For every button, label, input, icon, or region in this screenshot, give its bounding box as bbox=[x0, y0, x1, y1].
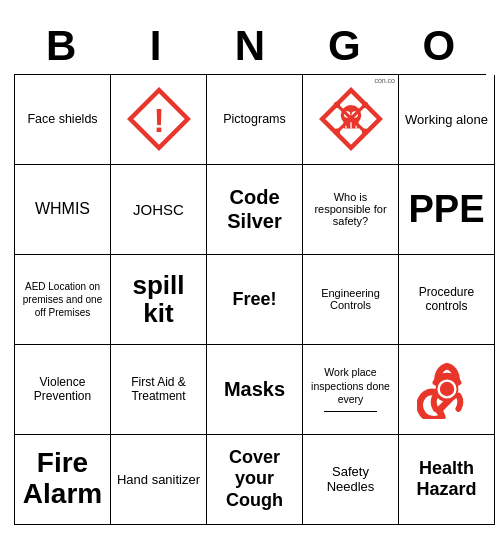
underline-r4c4 bbox=[324, 411, 376, 412]
biohazard-icon bbox=[417, 359, 477, 419]
cell-r4c1: Violence Prevention bbox=[15, 345, 111, 435]
cell-r5c5: Health Hazard bbox=[399, 435, 495, 525]
cell-text-r5c3: Cover your Cough bbox=[211, 447, 298, 512]
svg-point-14 bbox=[333, 102, 339, 108]
cell-r5c1: Fire Alarm bbox=[15, 435, 111, 525]
cell-text-r2c4: Who is responsible for safety? bbox=[307, 191, 394, 227]
bingo-card: B I N G O Face shields ! Pictograms con.… bbox=[10, 15, 490, 528]
cell-text-r3c1: AED Location on premises and one off Pre… bbox=[19, 280, 106, 319]
svg-text:!: ! bbox=[153, 102, 164, 139]
cell-r2c3: Code Silver bbox=[207, 165, 303, 255]
cell-r5c4: Safety Needles bbox=[303, 435, 399, 525]
cell-text-r4c3: Masks bbox=[224, 378, 285, 401]
cell-r5c3: Cover your Cough bbox=[207, 435, 303, 525]
cell-text-r1c5: Working alone bbox=[405, 112, 488, 127]
cell-r3c5: Procedure controls bbox=[399, 255, 495, 345]
letter-o: O bbox=[392, 19, 486, 73]
cell-text-r2c1: WHMIS bbox=[35, 200, 90, 218]
exclaim-icon: ! bbox=[127, 87, 191, 151]
svg-point-13 bbox=[361, 129, 367, 135]
cell-r2c5: PPE bbox=[399, 165, 495, 255]
cell-text-r5c2: Hand sanitizer bbox=[117, 472, 200, 487]
cell-r1c4: con.co bbox=[303, 75, 399, 165]
bingo-grid: Face shields ! Pictograms con.co bbox=[14, 74, 486, 525]
cell-content-r4c4: Work place inspections done every bbox=[307, 366, 394, 412]
cell-r4c5 bbox=[399, 345, 495, 435]
letter-b: B bbox=[14, 19, 108, 73]
cell-r1c1: Face shields bbox=[15, 75, 111, 165]
cell-text-r1c1: Face shields bbox=[27, 112, 97, 126]
cell-text-r2c5: PPE bbox=[408, 188, 484, 231]
cell-text-r4c1: Violence Prevention bbox=[19, 375, 106, 403]
cell-r3c4: Engineering Controls bbox=[303, 255, 399, 345]
bingo-header: B I N G O bbox=[14, 19, 486, 73]
cell-text-r3c3: Free! bbox=[232, 289, 276, 310]
cell-text-r5c1: Fire Alarm bbox=[19, 448, 106, 510]
cell-text-r3c2: spill kit bbox=[115, 271, 202, 328]
cell-text-r1c3: Pictograms bbox=[223, 112, 286, 126]
cell-text-r3c4: Engineering Controls bbox=[307, 287, 394, 311]
svg-point-17 bbox=[442, 384, 452, 394]
cell-r2c1: WHMIS bbox=[15, 165, 111, 255]
cell-text-r2c3: Code Silver bbox=[211, 185, 298, 233]
cell-r1c2: ! bbox=[111, 75, 207, 165]
corner-label: con.co bbox=[374, 77, 395, 84]
cell-r2c4: Who is responsible for safety? bbox=[303, 165, 399, 255]
cell-text-r3c5: Procedure controls bbox=[403, 285, 490, 313]
cell-r4c2: First Aid & Treatment bbox=[111, 345, 207, 435]
cell-text-r5c4: Safety Needles bbox=[307, 464, 394, 494]
cell-r3c3-free: Free! bbox=[207, 255, 303, 345]
cell-r1c3: Pictograms bbox=[207, 75, 303, 165]
cell-r3c1: AED Location on premises and one off Pre… bbox=[15, 255, 111, 345]
letter-g: G bbox=[297, 19, 391, 73]
skull-icon bbox=[319, 87, 383, 151]
letter-n: N bbox=[203, 19, 297, 73]
cell-text-r4c2: First Aid & Treatment bbox=[115, 375, 202, 403]
cell-r2c2: JOHSC bbox=[111, 165, 207, 255]
cell-r4c3: Masks bbox=[207, 345, 303, 435]
cell-text-r5c5: Health Hazard bbox=[403, 458, 490, 500]
cell-text-r4c4: Work place inspections done every bbox=[307, 366, 394, 407]
letter-i: I bbox=[108, 19, 202, 73]
cell-text-r2c2: JOHSC bbox=[133, 201, 184, 218]
svg-point-15 bbox=[361, 102, 367, 108]
cell-r5c2: Hand sanitizer bbox=[111, 435, 207, 525]
svg-point-12 bbox=[333, 129, 339, 135]
cell-r4c4: Work place inspections done every bbox=[303, 345, 399, 435]
cell-r1c5: Working alone bbox=[399, 75, 495, 165]
cell-r3c2: spill kit bbox=[111, 255, 207, 345]
